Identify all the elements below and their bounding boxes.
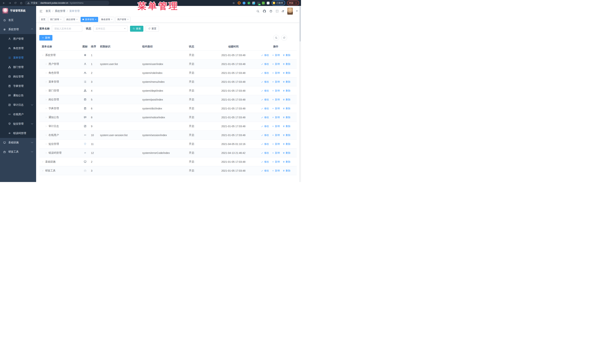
expand-arrow[interactable] [45,152,47,154]
delete-link[interactable]: 删除 [283,53,290,57]
expand-arrow[interactable] [45,116,47,118]
kebab-menu-icon[interactable]: ⋮ [295,2,297,4]
bookmark-star-icon[interactable] [232,1,236,5]
sidebar-item-10[interactable]: 在线用户 [0,110,36,119]
expand-arrow[interactable] [42,161,44,163]
edit-link[interactable]: 修改 [261,71,269,75]
chevron-down-icon[interactable] [296,10,298,12]
browser-home-icon[interactable] [19,1,23,5]
sidebar-item-9[interactable]: 审计日志 [0,100,36,110]
close-icon[interactable]: × [60,18,62,21]
delete-link[interactable]: 删除 [283,125,290,128]
sidebar-item-4[interactable]: 菜单管理 [0,53,36,62]
refresh-button[interactable] [281,35,287,41]
expand-arrow[interactable] [45,125,47,127]
edit-link[interactable]: 修改 [261,169,269,172]
delete-link[interactable]: 删除 [283,107,290,110]
delete-link[interactable]: 删除 [283,71,290,75]
hamburger-icon[interactable] [39,10,43,13]
tab-0[interactable]: 首页 [39,17,47,22]
add-link[interactable]: 新增 [272,160,280,164]
reset-button[interactable]: 重置 [146,26,159,32]
close-icon[interactable]: × [111,18,112,21]
add-link[interactable]: 新增 [272,116,280,119]
tab-4[interactable]: 角色管理× [99,17,114,22]
font-size-icon[interactable]: tT [282,10,284,13]
help-icon[interactable] [269,10,272,13]
list-on-icon[interactable]: on [257,2,260,4]
sidebar-item-1[interactable]: 系统管理 [0,25,36,34]
delete-link[interactable]: 删除 [283,80,290,83]
edit-link[interactable]: 修改 [261,107,269,110]
add-link[interactable]: 新增 [272,151,280,155]
browser-forward-icon[interactable] [8,1,12,5]
edit-link[interactable]: 修改 [261,53,269,57]
status-select[interactable]: 菜单状态 [93,26,128,32]
add-link[interactable]: 新增 [272,89,280,92]
scrollbar-thumb[interactable] [300,6,301,42]
add-link[interactable]: 新增 [272,98,280,101]
search-button[interactable]: 搜索 [130,26,143,32]
add-button[interactable]: 新增 [39,35,53,41]
pin-icon[interactable] [243,2,246,4]
sidebar-item-14[interactable]: 研发工具 [0,147,36,156]
delete-link[interactable]: 删除 [283,160,290,164]
sidebar-item-3[interactable]: 角色管理 [0,43,36,53]
add-link[interactable]: 新增 [272,107,280,110]
edit-link[interactable]: 修改 [261,142,269,146]
update-button[interactable]: 更新 ⋮ [287,0,299,5]
add-link[interactable]: 新增 [272,125,280,128]
delete-link[interactable]: 删除 [283,89,290,92]
expand-arrow[interactable] [45,63,47,65]
delete-link[interactable]: 删除 [283,98,290,101]
expand-arrow[interactable] [45,134,47,136]
tab-3[interactable]: 菜单管理× [81,17,98,22]
close-icon[interactable]: × [95,18,96,21]
edit-link[interactable]: 修改 [261,160,269,164]
paused-badge[interactable]: 已暂停 [271,0,285,5]
tab-5[interactable]: 用户管理× [115,17,130,22]
sidebar-item-2[interactable]: 用户管理 [0,34,36,43]
edit-link[interactable]: 修改 [261,62,269,66]
browser-reload-icon[interactable] [13,1,17,5]
close-icon[interactable]: × [127,18,129,21]
breadcrumb-item-0[interactable]: 首页 [46,10,51,13]
close-icon[interactable]: × [76,18,78,21]
tab-1[interactable]: 部门管理× [48,17,63,22]
grid-icon[interactable] [252,2,255,4]
check-icon[interactable] [247,2,250,4]
sidebar-item-13[interactable]: 基础设施 [0,138,36,147]
expand-arrow[interactable] [45,107,47,110]
expand-arrow[interactable] [45,81,47,83]
fullscreen-icon[interactable] [276,10,279,13]
menu-name-input[interactable] [52,26,82,32]
browser-back-icon[interactable] [2,1,6,5]
show-search-button[interactable] [273,35,279,41]
delete-link[interactable]: 删除 [283,151,290,155]
sidebar-item-11[interactable]: 短信管理 [0,119,36,128]
sidebar-item-7[interactable]: 字典管理 [0,81,36,91]
add-link[interactable]: 新增 [272,142,280,146]
sidebar-item-12[interactable]: 错误码管理 [0,128,36,138]
expand-arrow[interactable] [45,143,47,145]
delete-link[interactable]: 删除 [283,134,290,137]
address-bar[interactable]: 不安全 dashboard.yudao.iocoder.cn/system/me… [25,1,109,5]
expand-arrow[interactable] [45,98,47,101]
expand-arrow[interactable] [42,54,44,56]
add-link[interactable]: 新增 [272,53,280,57]
delete-link[interactable]: 删除 [283,116,290,119]
add-link[interactable]: 新增 [272,71,280,75]
sidebar-item-8[interactable]: 通知公告 [0,91,36,100]
delete-link[interactable]: 删除 [283,169,290,172]
delete-link[interactable]: 删除 [283,62,290,66]
tab-2[interactable]: 岗位管理× [64,17,79,22]
avatar[interactable] [287,8,293,15]
robot-icon[interactable] [262,2,265,4]
add-link[interactable]: 新增 [272,80,280,83]
puzzle-icon[interactable] [267,2,269,4]
edit-link[interactable]: 修改 [261,98,269,101]
add-link[interactable]: 新增 [272,169,280,172]
breadcrumb-item-1[interactable]: 系统管理 [55,10,65,13]
github-icon[interactable] [263,10,266,13]
add-link[interactable]: 新增 [272,62,280,66]
